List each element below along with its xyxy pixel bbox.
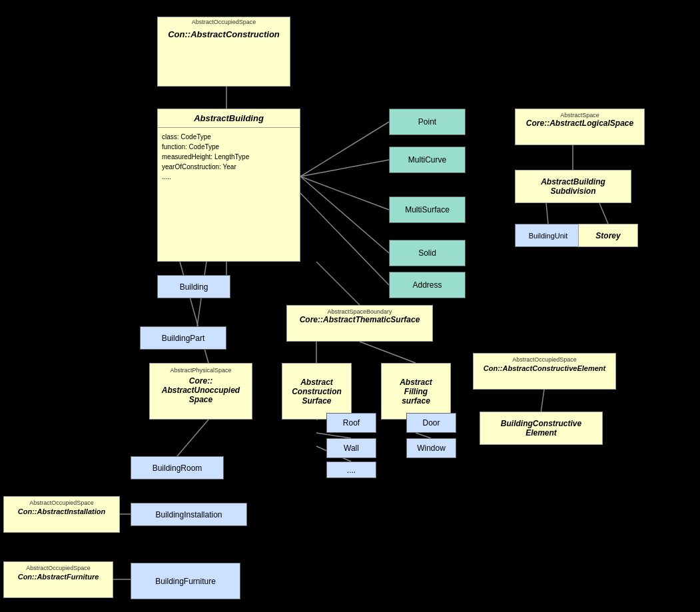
svg-line-5 (300, 176, 389, 210)
building-part-node: BuildingPart (140, 326, 226, 350)
svg-line-10 (599, 203, 608, 224)
abstract-construction-surface-label: AbstractConstructionSurface (292, 378, 342, 406)
abstract-construction-node: AbstractOccupiedSpace Con::AbstractConst… (157, 17, 290, 87)
abstract-building-label: AbstractBuilding (158, 109, 300, 125)
abstract-unoccupied-space-label: Core::AbstractUnoccupiedSpace (152, 376, 250, 404)
abstract-construction-label: Con::AbstractConstruction (158, 25, 290, 41)
building-furniture-label: BuildingFurniture (155, 577, 216, 586)
point-label: Point (418, 117, 436, 127)
building-room-node: BuildingRoom (131, 456, 224, 479)
abstract-building-node: AbstractBuilding class: CodeType functio… (157, 109, 300, 262)
abstract-building-attrs: class: CodeType function: CodeType measu… (158, 131, 300, 184)
window-node: Window (406, 438, 456, 458)
multi-curve-node: MultiCurve (389, 147, 466, 173)
building-installation-label: BuildingInstallation (155, 510, 222, 519)
svg-line-6 (300, 176, 389, 253)
building-constructive-element-node: BuildingConstructiveElement (480, 412, 603, 445)
svg-line-20 (177, 420, 208, 456)
abstract-logical-space-label: Core::AbstractLogicalSpace (517, 119, 643, 128)
abstract-filing-surface-node: AbstractFillingsurface (381, 363, 451, 420)
svg-line-4 (300, 160, 389, 176)
svg-line-3 (300, 122, 389, 176)
wall-label: Wall (344, 444, 359, 453)
storey-label: Storey (595, 231, 620, 240)
abstract-thematic-surface-super: AbstractSpaceBoundary (288, 307, 431, 315)
abstract-constructive-element-node: AbstractOccupiedSpace Con::AbstractConst… (473, 353, 616, 390)
storey-node: Storey (578, 224, 638, 247)
abstract-installation-super: AbstractOccupiedSpace (5, 498, 118, 506)
building-furniture-node: BuildingFurniture (131, 563, 240, 599)
svg-line-19 (541, 390, 544, 413)
svg-line-15 (316, 433, 351, 438)
svg-line-9 (546, 203, 548, 224)
abstract-building-subdivision-label: AbstractBuildingSubdivision (541, 177, 605, 196)
solid-node: Solid (389, 240, 466, 266)
multi-surface-node: MultiSurface (389, 196, 466, 223)
ellipsis-label: .... (347, 465, 356, 475)
ellipsis-node: .... (326, 461, 376, 478)
door-label: Door (422, 418, 440, 428)
building-unit-node: BuildingUnit (515, 224, 581, 247)
abstract-construction-surface-node: AbstractConstructionSurface (282, 363, 352, 420)
multi-curve-label: MultiCurve (408, 155, 446, 164)
abstract-furniture-label: Con::AbstractFurniture (5, 573, 111, 581)
abstract-thematic-surface-label: Core::AbstractThematicSurface (288, 315, 431, 324)
building-node: Building (157, 275, 230, 298)
svg-line-7 (300, 193, 389, 285)
abstract-logical-space-super: AbstractSpace (517, 111, 643, 119)
building-part-label: BuildingPart (162, 334, 205, 343)
address-label: Address (412, 280, 442, 290)
svg-line-13 (360, 342, 416, 363)
door-node: Door (406, 413, 456, 433)
window-label: Window (417, 444, 446, 453)
roof-node: Roof (326, 413, 376, 433)
abstract-unoccupied-space-super: AbstractPhysicalSpace (152, 366, 250, 374)
abstract-building-subdivision-node: AbstractBuildingSubdivision (515, 170, 631, 203)
multi-surface-label: MultiSurface (405, 205, 450, 214)
abstract-constructive-element-label: Con::AbstractConstructiveElement (475, 364, 614, 372)
abstract-installation-node: AbstractOccupiedSpace Con::AbstractInsta… (3, 496, 120, 533)
svg-line-18 (416, 433, 431, 438)
building-unit-label: BuildingUnit (529, 232, 568, 240)
roof-label: Roof (343, 418, 360, 428)
diagram: AbstractOccupiedSpace Con::AbstractConst… (0, 0, 700, 612)
point-node: Point (389, 109, 466, 135)
abstract-installation-label: Con::AbstractInstallation (5, 507, 118, 515)
abstract-constructive-element-super: AbstractOccupiedSpace (475, 355, 614, 363)
building-room-label: BuildingRoom (153, 463, 202, 473)
abstract-construction-super: AbstractOccupiedSpace (158, 17, 290, 25)
building-constructive-element-label: BuildingConstructiveElement (501, 419, 581, 438)
abstract-filing-surface-label: AbstractFillingsurface (400, 378, 432, 406)
abstract-logical-space-node: AbstractSpace Core::AbstractLogicalSpace (515, 109, 645, 145)
building-installation-node: BuildingInstallation (131, 503, 247, 526)
svg-line-11 (316, 262, 360, 305)
address-node: Address (389, 272, 466, 298)
building-label: Building (180, 282, 208, 292)
solid-label: Solid (418, 248, 436, 258)
wall-node: Wall (326, 438, 376, 458)
abstract-furniture-super: AbstractOccupiedSpace (5, 563, 111, 571)
abstract-furniture-node: AbstractOccupiedSpace Con::AbstractFurni… (3, 561, 113, 598)
abstract-thematic-surface-node: AbstractSpaceBoundary Core::AbstractThem… (286, 305, 433, 342)
abstract-unoccupied-space-node: AbstractPhysicalSpace Core::AbstractUnoc… (149, 363, 252, 420)
